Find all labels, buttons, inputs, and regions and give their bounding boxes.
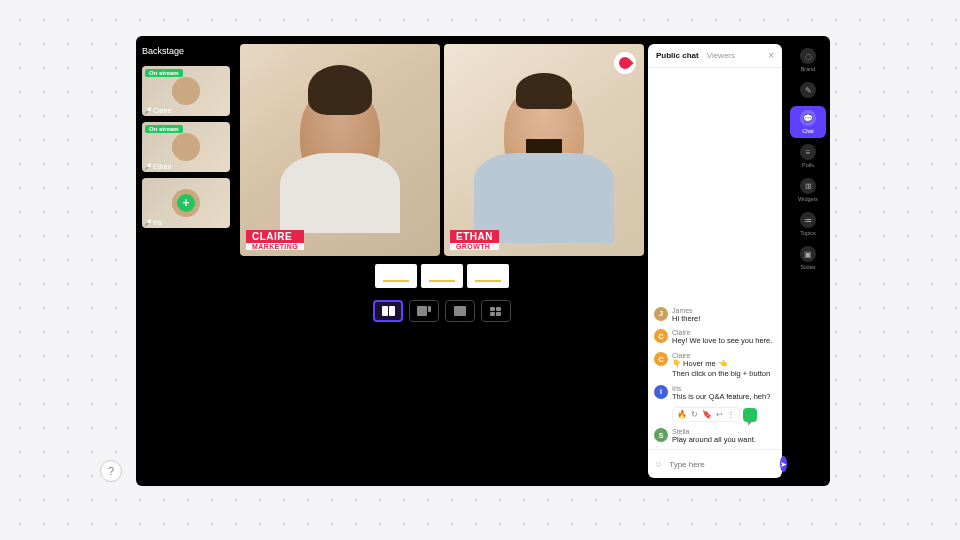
chat-icon: 💬 xyxy=(800,110,816,126)
video-tile-ethan[interactable]: ETHAN GROWTH xyxy=(444,44,644,256)
add-to-stream-button[interactable]: + xyxy=(177,194,195,212)
name-tag: CLAIRE MARKETING xyxy=(246,230,304,250)
polls-icon: ≡ xyxy=(800,144,816,160)
rail-item-brand[interactable]: ◌Brand xyxy=(790,44,826,76)
tab-public-chat[interactable]: Public chat xyxy=(656,51,699,60)
message-text: Play around all you want. xyxy=(672,435,776,445)
message-text: Hey! We love to see you here. xyxy=(672,336,776,346)
rail-item-slides[interactable]: ▣Slides xyxy=(790,242,826,274)
brand-icon: ◌ xyxy=(800,48,816,64)
message-text: 👇 Hover me 👈Then click on the big + butt… xyxy=(672,359,776,379)
reaction-icon[interactable]: ↻ xyxy=(691,410,698,419)
name-tag: ETHAN GROWTH xyxy=(450,230,499,250)
rail-item-chat[interactable]: 💬Chat xyxy=(790,106,826,138)
video-stage: CLAIRE MARKETING ETHAN GROWTH xyxy=(240,36,644,256)
participant-role: MARKETING xyxy=(246,243,304,250)
avatar xyxy=(172,133,200,161)
chat-message[interactable]: CClaireHey! We love to see you here. xyxy=(654,329,776,346)
backstage-thumb-ethan[interactable]: Ethan xyxy=(142,122,230,172)
reaction-icon[interactable]: 🔥 xyxy=(677,410,687,419)
backstage-title: Backstage xyxy=(142,44,230,60)
tab-viewers[interactable]: Viewers xyxy=(707,51,735,60)
beard xyxy=(526,139,562,165)
participant-name: CLAIRE xyxy=(246,230,304,243)
message-author: Claire xyxy=(672,352,776,359)
layout-switcher xyxy=(240,296,644,322)
participant-role: GROWTH xyxy=(450,243,499,250)
layout-grid-button[interactable] xyxy=(481,300,511,322)
rail-item-topics[interactable]: ≔Topics xyxy=(790,208,826,240)
slides-icon: ▣ xyxy=(800,246,816,262)
message-author: Claire xyxy=(672,329,776,336)
app-window: Backstage Claire Ethan + Iris CLAIRE MAR… xyxy=(136,36,830,486)
backstage-thumb-iris[interactable]: + Iris xyxy=(142,178,230,228)
message-text: Hi there! xyxy=(672,314,776,324)
layout-speaker-button[interactable] xyxy=(445,300,475,322)
rail-item-widgets[interactable]: ⊞Widgets xyxy=(790,174,826,206)
message-actions: 🔥↻🔖↩⋮+➤ xyxy=(672,407,740,422)
reaction-icon[interactable]: ↩ xyxy=(716,410,723,419)
layout-split-button[interactable] xyxy=(373,300,403,322)
avatar: C xyxy=(654,352,668,366)
chat-message[interactable]: CClaire👇 Hover me 👈Then click on the big… xyxy=(654,352,776,379)
chat-message[interactable]: SStellaPlay around all you want. xyxy=(654,428,776,445)
rail-label: Polls xyxy=(802,162,814,168)
backstage-name: Ethan xyxy=(144,163,171,170)
right-rail: ◌Brand✎💬Chat≡Polls⊞Widgets≔Topics▣Slides xyxy=(786,36,830,486)
rail-label: Brand xyxy=(801,66,816,72)
rail-label: Widgets xyxy=(798,196,818,202)
video-tile-claire[interactable]: CLAIRE MARKETING xyxy=(240,44,440,256)
chat-tabs: Public chat Viewers × xyxy=(648,44,782,68)
chat-panel: Public chat Viewers × JJamesHi there!CCl… xyxy=(648,44,782,478)
reaction-icon[interactable]: 🔖 xyxy=(702,410,712,419)
stage-area: CLAIRE MARKETING ETHAN GROWTH xyxy=(236,36,648,486)
avatar: I xyxy=(654,385,668,399)
slide-thumbnails xyxy=(240,256,644,296)
reaction-icon[interactable]: ⋮ xyxy=(727,410,735,419)
chat-input-row: ☺ ➤ xyxy=(648,449,782,478)
participant-name: ETHAN xyxy=(450,230,499,243)
avatar: S xyxy=(654,428,668,442)
backstage-name: Iris xyxy=(144,219,162,226)
backstage-name: Claire xyxy=(144,107,171,114)
backstage-column: Backstage Claire Ethan + Iris xyxy=(136,36,236,486)
chat-messages[interactable]: JJamesHi there!CClaireHey! We love to se… xyxy=(648,68,782,449)
rail-item-edit[interactable]: ✎ xyxy=(790,78,826,104)
message-text: This is our Q&A feature, heh? xyxy=(672,392,776,402)
person-silhouette xyxy=(504,83,584,183)
help-button[interactable]: ? xyxy=(100,460,122,482)
slide-thumb[interactable] xyxy=(375,264,417,288)
backstage-thumb-claire[interactable]: Claire xyxy=(142,66,230,116)
rail-label: Topics xyxy=(800,230,816,236)
avatar xyxy=(172,77,200,105)
message-author: Iris xyxy=(672,385,776,392)
close-icon[interactable]: × xyxy=(768,50,774,61)
rail-item-polls[interactable]: ≡Polls xyxy=(790,140,826,172)
chat-input[interactable] xyxy=(669,460,774,469)
widgets-icon: ⊞ xyxy=(800,178,816,194)
brand-logo-icon xyxy=(614,52,636,74)
chat-message[interactable]: IIrisThis is our Q&A feature, heh? xyxy=(654,385,776,402)
emoji-icon[interactable]: ☺ xyxy=(654,459,663,469)
message-author: Stella xyxy=(672,428,776,435)
layout-picture-in-picture-button[interactable] xyxy=(409,300,439,322)
topics-icon: ≔ xyxy=(800,212,816,228)
chat-message[interactable]: JJamesHi there! xyxy=(654,307,776,324)
rail-label: Slides xyxy=(801,264,816,270)
rail-label: Chat xyxy=(802,128,814,134)
person-silhouette xyxy=(300,83,380,183)
slide-thumb[interactable] xyxy=(467,264,509,288)
avatar: J xyxy=(654,307,668,321)
edit-icon: ✎ xyxy=(800,82,816,98)
avatar: C xyxy=(654,329,668,343)
message-author: James xyxy=(672,307,776,314)
slide-thumb[interactable] xyxy=(421,264,463,288)
